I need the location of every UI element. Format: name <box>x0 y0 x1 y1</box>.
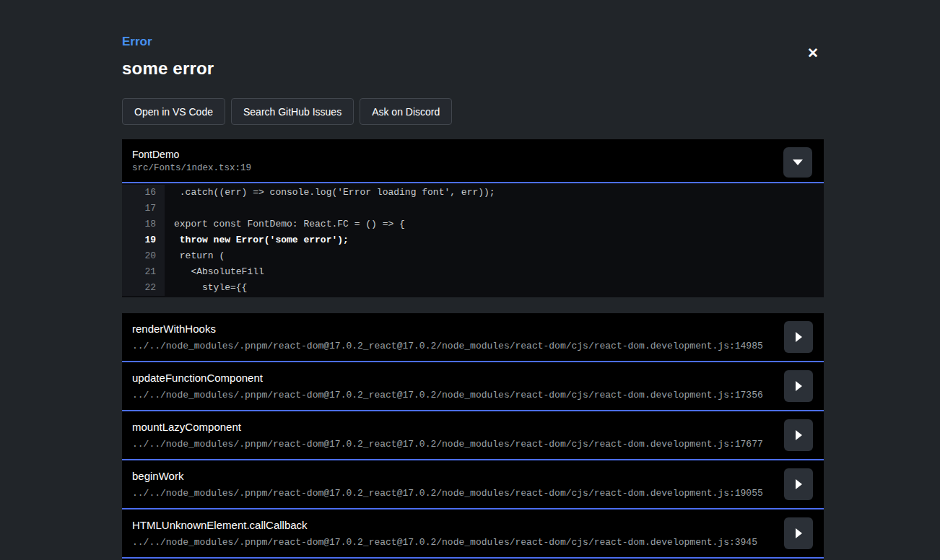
frame-source-path: ../../node_modules/.pnpm/react-dom@17.0.… <box>132 390 773 401</box>
expand-frame-button[interactable] <box>784 321 813 353</box>
open-in-vscode-button[interactable]: Open in VS Code <box>122 98 225 125</box>
frame-function-name: renderWithHooks <box>132 323 773 336</box>
stack-frame-beginwork: beginWork ../../node_modules/.pnpm/react… <box>122 460 824 509</box>
frame-source-path: ../../node_modules/.pnpm/react-dom@17.0.… <box>132 488 773 499</box>
frame-source-path: ../../node_modules/.pnpm/react-dom@17.0.… <box>132 341 773 351</box>
code-line-error: 19 throw new Error('some error'); <box>122 232 824 248</box>
line-number: 21 <box>122 264 165 280</box>
component-name: FontDemo <box>132 149 814 160</box>
frame-function-name: mountLazyComponent <box>132 421 773 434</box>
line-code: .catch((err) => console.log('Error loadi… <box>165 185 495 201</box>
stack-trace-list: renderWithHooks ../../node_modules/.pnpm… <box>122 313 824 560</box>
stack-frame-updatefunctioncomponent: updateFunctionComponent ../../node_modul… <box>122 362 824 411</box>
code-line: 20 return ( <box>122 248 824 264</box>
line-number: 22 <box>122 280 165 296</box>
page-title: some error <box>122 58 824 79</box>
caret-down-icon <box>793 159 803 165</box>
line-code: style={{ <box>165 280 247 296</box>
ask-on-discord-button[interactable]: Ask on Discord <box>360 98 452 125</box>
code-line: 18export const FontDemo: React.FC = () =… <box>122 216 824 232</box>
code-line: 22 style={{ <box>122 280 824 296</box>
error-overlay: Error some error Open in VS Code Search … <box>122 0 824 560</box>
line-code: <AbsoluteFill <box>165 264 264 280</box>
stack-frame-mountlazycomponent: mountLazyComponent ../../node_modules/.p… <box>122 411 824 460</box>
frame-source-path: ../../node_modules/.pnpm/react-dom@17.0.… <box>132 439 773 450</box>
line-number: 17 <box>122 201 165 216</box>
stack-frame-htmlunknownelement-callcallback: HTMLUnknownElement.callCallback ../../no… <box>122 509 824 559</box>
frame-source-path: ../../node_modules/.pnpm/react-dom@17.0.… <box>132 537 773 548</box>
line-code: throw new Error('some error'); <box>165 232 349 248</box>
caret-right-icon <box>796 430 802 440</box>
caret-right-icon <box>796 528 802 538</box>
code-snippet: 16 .catch((err) => console.log('Error lo… <box>122 183 824 297</box>
file-location: src/Fonts/index.tsx:19 <box>132 163 814 173</box>
code-line: 16 .catch((err) => console.log('Error lo… <box>122 185 824 201</box>
line-code: export const FontDemo: React.FC = () => … <box>165 216 405 232</box>
line-number: 16 <box>122 185 165 201</box>
stack-frame-renderwithhooks: renderWithHooks ../../node_modules/.pnpm… <box>122 313 824 362</box>
expand-frame-button[interactable] <box>784 370 813 402</box>
action-button-row: Open in VS Code Search GitHub Issues Ask… <box>122 98 824 125</box>
frame-function-name: beginWork <box>132 470 773 483</box>
collapse-code-button[interactable] <box>783 147 812 178</box>
line-number: 19 <box>122 232 165 248</box>
caret-right-icon <box>796 479 802 489</box>
line-number: 18 <box>122 216 165 232</box>
line-code: return ( <box>165 248 225 264</box>
expand-frame-button[interactable] <box>784 517 813 549</box>
frame-function-name: HTMLUnknownElement.callCallback <box>132 519 773 532</box>
error-kicker-label: Error <box>122 35 824 49</box>
line-code <box>165 201 174 216</box>
code-frame-header: FontDemo src/Fonts/index.tsx:19 <box>122 139 824 183</box>
expand-frame-button[interactable] <box>784 468 813 500</box>
line-number: 20 <box>122 248 165 264</box>
search-github-issues-button[interactable]: Search GitHub Issues <box>231 98 354 125</box>
expand-frame-button[interactable] <box>784 419 813 451</box>
code-line: 17 <box>122 201 824 216</box>
frame-function-name: updateFunctionComponent <box>132 372 773 385</box>
code-frame-panel: FontDemo src/Fonts/index.tsx:19 16 .catc… <box>122 139 824 297</box>
caret-right-icon <box>796 381 802 391</box>
caret-right-icon <box>796 332 802 342</box>
code-line: 21 <AbsoluteFill <box>122 264 824 280</box>
